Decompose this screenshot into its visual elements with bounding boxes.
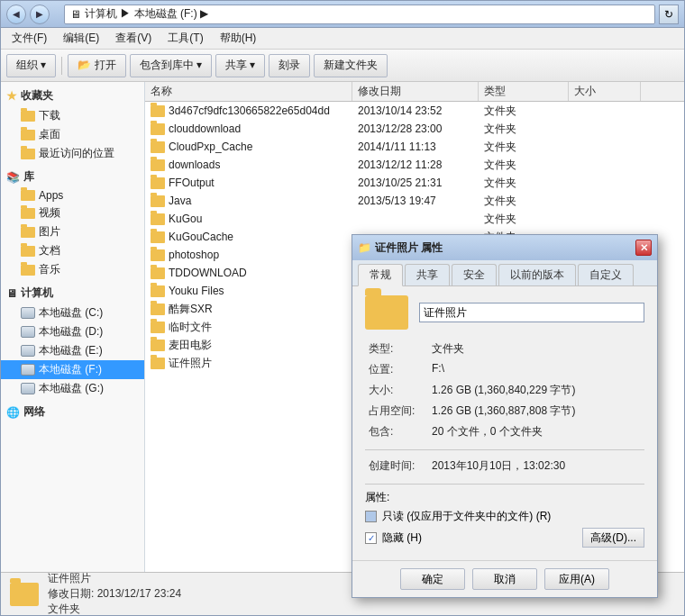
folder-icon [151,141,165,153]
folder-icon [151,249,165,261]
info-type-row: 类型: 文件夹 [365,339,644,359]
file-name-cell: 麦田电影 [145,336,352,354]
table-row[interactable]: clouddownload 2013/12/28 23:00 文件夹 [145,120,684,138]
sidebar-item-download[interactable]: 下载 [1,106,144,125]
dialog-tab-general[interactable]: 常规 [358,264,403,286]
file-type-cell: 文件夹 [479,102,569,120]
file-name-cell: 酷舞SXR [145,300,352,318]
readonly-checkbox[interactable] [365,511,377,522]
dialog-tab-previous[interactable]: 以前的版本 [498,264,576,285]
menu-tools[interactable]: 工具(T) [160,29,210,48]
dialog-folder-big-icon [365,295,408,330]
file-size-cell [569,138,641,156]
share-button[interactable]: 共享 ▾ [215,54,265,77]
file-name-cell: photoshop [145,246,352,264]
col-header-name[interactable]: 名称 [145,82,352,101]
path-bar[interactable]: 🖥 计算机 ▶ 本地磁盘 (F:) ▶ [64,5,655,24]
dialog-separator-2 [365,484,644,485]
file-name-cell: 证件照片 [145,354,352,372]
menu-view[interactable]: 查看(V) [108,29,159,48]
folder-icon-sm [21,208,35,219]
advanced-button[interactable]: 高级(D)... [582,528,644,548]
sidebar-libraries-header[interactable]: 📚 库 [1,167,144,187]
organize-button[interactable]: 组织 ▾ [6,54,56,77]
burn-button[interactable]: 刻录 [269,54,310,77]
dialog-tab-share[interactable]: 共享 [405,264,450,285]
info-location-value: F:\ [428,359,644,380]
folder-icon [151,159,165,171]
folder-icon [151,358,165,369]
folder-icon [151,123,165,135]
file-date-cell: 2013/5/13 19:47 [352,192,479,210]
forward-button[interactable]: ▶ [30,5,50,24]
file-name-cell: downloads [145,156,352,174]
table-row[interactable]: KuGou 文件夹 [145,210,684,228]
sidebar-favorites-group: ★ 收藏夹 下载 桌面 最近访问的位置 [1,86,144,163]
sidebar-item-drive-e[interactable]: 本地磁盘 (E:) [1,341,144,360]
info-size-row: 大小: 1.26 GB (1,360,840,229 字节) [365,380,644,401]
dialog-buttons: 确定 取消 应用(A) [352,560,657,597]
file-name-cell: Java [145,192,352,210]
folder-icon [151,285,165,297]
folder-icon [151,105,165,117]
menu-file[interactable]: 文件(F) [5,29,54,48]
hidden-checkbox[interactable] [365,532,377,544]
file-type-cell: 文件夹 [479,156,569,174]
col-header-type[interactable]: 类型 [479,82,569,101]
sidebar: ★ 收藏夹 下载 桌面 最近访问的位置 📚 [1,82,145,572]
col-header-size[interactable]: 大小 [569,82,641,101]
table-row[interactable]: Java 2013/5/13 19:47 文件夹 [145,192,684,210]
menu-edit[interactable]: 编辑(E) [56,29,106,48]
drive-icon [21,364,35,376]
sidebar-item-desktop[interactable]: 桌面 [1,125,144,144]
sidebar-network-label: 网络 [23,404,45,420]
file-size-cell [569,156,641,174]
sidebar-item-video[interactable]: 视频 [1,204,144,222]
include-button[interactable]: 包含到库中 ▾ [130,54,212,77]
refresh-button[interactable]: ↻ [659,5,679,24]
drive-icon [21,326,35,338]
sidebar-favorites-label: 收藏夹 [21,88,53,104]
info-created-row: 创建时间: 2013年10月10日，13:02:30 [365,456,644,476]
col-header-date[interactable]: 修改日期 [352,82,479,101]
sidebar-item-recent[interactable]: 最近访问的位置 [1,144,144,163]
file-date-cell [352,210,479,228]
status-folder-name: 证件照片 [48,571,181,586]
sidebar-network-header[interactable]: 🌐 网络 [1,402,144,422]
dialog-folder-name-input[interactable] [419,303,644,322]
sidebar-item-drive-f[interactable]: 本地磁盘 (F:) [1,360,144,379]
sidebar-item-apps[interactable]: Apps [1,187,144,204]
dialog-close-button[interactable]: ✕ [635,240,652,256]
ok-button[interactable]: 确定 [400,568,465,590]
table-row[interactable]: downloads 2013/12/12 11:28 文件夹 [145,156,684,174]
path-icon: 🖥 [70,8,81,21]
file-type-cell: 文件夹 [479,138,569,156]
menu-help[interactable]: 帮助(H) [213,29,264,48]
dialog-tab-custom[interactable]: 自定义 [578,264,634,285]
table-row[interactable]: FFOutput 2013/10/25 21:31 文件夹 [145,174,684,192]
file-name-cell: TDDOWNLOAD [145,264,352,282]
dialog-folder-preview [365,295,644,330]
info-created-value: 2013年10月10日，13:02:30 [428,456,644,476]
cancel-button[interactable]: 取消 [472,568,537,590]
sidebar-item-drive-g[interactable]: 本地磁盘 (G:) [1,379,144,398]
sidebar-item-drive-d[interactable]: 本地磁盘 (D:) [1,322,144,341]
sidebar-item-music[interactable]: 音乐 [1,260,144,279]
status-modified: 修改日期: 2013/12/17 23:24 [48,586,181,602]
sidebar-item-drive-c[interactable]: 本地磁盘 (C:) [1,303,144,322]
sidebar-item-pictures[interactable]: 图片 [1,222,144,241]
sidebar-computer-header[interactable]: 🖥 计算机 [1,283,144,303]
path-text: 计算机 ▶ 本地磁盘 (F:) ▶ [85,6,208,22]
open-button[interactable]: 📂 打开 [68,54,125,77]
sidebar-favorites-header[interactable]: ★ 收藏夹 [1,86,144,106]
back-button[interactable]: ◀ [6,5,26,24]
dialog-tab-security[interactable]: 安全 [452,264,497,285]
new-folder-button[interactable]: 新建文件夹 [314,54,388,77]
table-row[interactable]: CloudPxp_Cache 2014/1/11 11:13 文件夹 [145,138,684,156]
apply-button[interactable]: 应用(A) [544,568,609,590]
status-info: 证件照片 修改日期: 2013/12/17 23:24 文件夹 [48,571,181,616]
file-size-cell [569,102,641,120]
table-row[interactable]: 3d467cf9dfc130665822e65d04dd 2013/10/14 … [145,102,684,120]
sidebar-item-documents[interactable]: 文档 [1,241,144,260]
dialog-folder-icon-sm: 📁 [358,241,371,254]
